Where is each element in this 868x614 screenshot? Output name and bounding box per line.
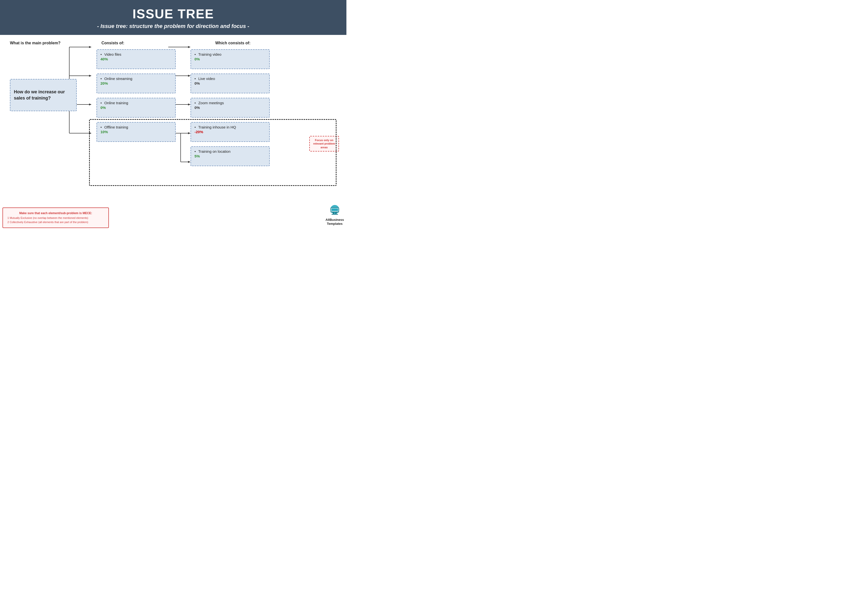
right-pct-4: 5%	[194, 154, 266, 158]
right-pct-1: 0%	[194, 81, 266, 85]
page-title: ISSUE TREE	[10, 7, 336, 21]
bullet-r-icon-0: •	[194, 52, 196, 56]
mece-title: Make sure that each element/sub-problem …	[8, 211, 104, 215]
right-label-4: • Training on location	[194, 149, 266, 154]
mid-item-0: • Video files 40%	[96, 49, 176, 69]
column-headers: What is the main problem? Consists of: W…	[8, 41, 339, 45]
mece-note-box: Make sure that each element/sub-problem …	[3, 207, 109, 228]
mece-item-2: 2 Collectively Exhaustive (all elements …	[8, 220, 104, 224]
bullet-icon-3: •	[101, 125, 102, 129]
logo-area: AllBusiness Templates	[326, 205, 344, 225]
mid-item-1: • Online streaming 20%	[96, 73, 176, 93]
bullet-icon-0: •	[101, 52, 102, 56]
right-pct-2: 0%	[194, 106, 266, 110]
svg-rect-25	[332, 208, 338, 211]
mid-label-3: • Offline training	[101, 125, 172, 129]
svg-rect-28	[332, 214, 338, 215]
allbusiness-logo-icon	[326, 205, 343, 217]
svg-marker-5	[89, 46, 91, 48]
middle-column: • Video files 40% • Online streaming 20%…	[96, 49, 176, 142]
main-content: What is the main problem? Consists of: W…	[0, 35, 346, 228]
header: ISSUE TREE - Issue tree: structure the p…	[0, 0, 346, 35]
mid-pct-2: 0%	[101, 106, 172, 110]
right-column: • Training video 0% • Live video 0% • Zo…	[191, 49, 270, 166]
bullet-r-icon-3: •	[194, 125, 196, 129]
right-pct-0: 0%	[194, 57, 266, 61]
mid-item-3: • Offline training 10%	[96, 122, 176, 142]
svg-rect-27	[336, 213, 336, 214]
mid-label-1: • Online streaming	[101, 76, 172, 81]
focus-note-box: Focus only on relevant problem areas	[309, 136, 339, 152]
bullet-r-icon-2: •	[194, 101, 196, 105]
right-label-1: • Live video	[194, 76, 266, 81]
mid-pct-3: 10%	[101, 130, 172, 134]
mece-item-1: 1 Mutually Exclusive (no overlap between…	[8, 216, 104, 220]
col-header-consists: Consists of:	[101, 41, 200, 45]
mid-item-2: • Online training 0%	[96, 98, 176, 118]
root-problem-box: How do we increase our sales of training…	[10, 79, 77, 111]
bullet-icon-1: •	[101, 76, 102, 81]
svg-rect-26	[333, 213, 334, 214]
right-item-0: • Training video 0%	[191, 49, 270, 69]
mid-pct-1: 20%	[101, 81, 172, 85]
mid-label-0: • Video files	[101, 52, 172, 56]
logo-text: AllBusiness Templates	[326, 218, 344, 225]
root-problem-text: How do we increase our sales of training…	[14, 89, 73, 101]
bullet-icon-2: •	[101, 101, 102, 105]
right-item-3: • Training inhouse in HQ -20%	[191, 122, 270, 142]
mid-pct-0: 40%	[101, 57, 172, 61]
right-pct-3: -20%	[194, 130, 266, 134]
right-item-1: • Live video 0%	[191, 73, 270, 93]
mid-label-2: • Online training	[101, 101, 172, 105]
col-header-which-consists: Which consists of:	[215, 41, 314, 45]
bullet-r-icon-4: •	[194, 149, 196, 154]
right-item-2: • Zoom meetings 0%	[191, 98, 270, 118]
page-subtitle: - Issue tree: structure the problem for …	[10, 23, 336, 30]
right-label-0: • Training video	[194, 52, 266, 56]
bullet-r-icon-1: •	[194, 76, 196, 81]
right-label-3: • Training inhouse in HQ	[194, 125, 266, 129]
svg-marker-11	[188, 46, 191, 48]
right-item-4: • Training on location 5%	[191, 146, 270, 166]
right-label-2: • Zoom meetings	[194, 101, 266, 105]
col-header-problem: What is the main problem?	[10, 41, 82, 45]
